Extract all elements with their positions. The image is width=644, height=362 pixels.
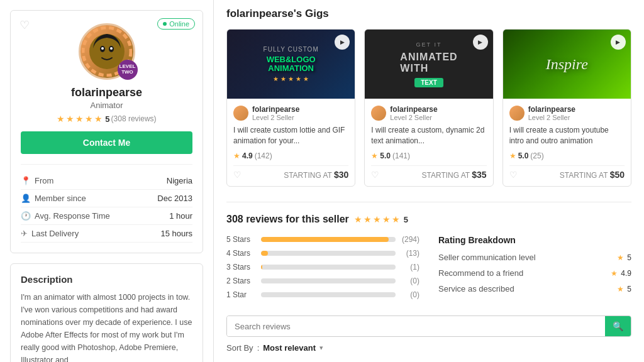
bar-label-4: 4 Stars [226, 249, 255, 258]
gig-price-3: STARTING AT $50 [560, 170, 625, 180]
reviews-section: 308 reviews for this seller ★ ★ ★ ★ ★ 5 … [226, 202, 631, 353]
gig-rating-row-3: ★ 5.0 (25) [509, 151, 625, 160]
rating-row: ★ ★ ★ ★ ★ 5 (308 reviews) [21, 114, 192, 124]
bar-label-5: 5 Stars [226, 235, 255, 244]
description-text: I'm an animator with almost 1000 project… [21, 291, 192, 362]
gig-footer-2: ♡ STARTING AT $35 [371, 165, 486, 180]
level-badge: LEVEL TWO [118, 60, 138, 80]
search-sort-section: 🔍 Sort By : Most relevant ▾ [226, 315, 631, 353]
gig-card-1[interactable]: FULLY CUSTOM WEB&LOGOANIMATION ★ ★ ★ ★ ★… [226, 29, 355, 187]
bar-track-5 [261, 237, 396, 242]
sort-value[interactable]: Most relevant [263, 343, 316, 353]
member-label: 👤 Member since [21, 194, 86, 203]
gig-desc-2: I will create a custom, dynamic 2d text … [371, 125, 486, 146]
online-badge: Online [157, 18, 195, 30]
contact-button[interactable]: Contact Me [21, 131, 192, 154]
gig-seller-avatar-2 [371, 106, 386, 121]
gig-card-3[interactable]: Inspire ▶ folarinpearse Level 2 Seller I… [502, 29, 631, 187]
gig-card-2[interactable]: GET IT ANIMATEDWITH TEXT ▶ folarinpearse… [364, 29, 493, 187]
get-it-label: GET IT [416, 41, 442, 48]
bar-row-3: 3 Stars (1) [226, 263, 419, 272]
gig-info-2: folarinpearse Level 2 Seller I will crea… [365, 99, 492, 186]
delivery-text: Last Delivery [31, 229, 79, 238]
member-icon: 👤 [21, 194, 31, 203]
right-panel: folarinpearse's Gigs FULLY CUSTOM WEB&LO… [214, 0, 644, 362]
breakdown-label-2: Recommend to a friend [438, 268, 523, 278]
from-text: From [35, 176, 53, 185]
gig-seller-level-2: Level 2 Seller [390, 114, 437, 121]
gig-rating-count-2: (141) [392, 151, 410, 160]
description-card: Description I'm an animator with almost … [10, 263, 203, 362]
bar-count-3: (1) [402, 263, 419, 272]
gig-thumbnail-1: FULLY CUSTOM WEB&LOGOANIMATION ★ ★ ★ ★ ★… [227, 30, 355, 99]
bar-label-3: 3 Stars [226, 263, 255, 272]
g1-s1: ★ [273, 75, 279, 82]
rev-star-5: ★ [392, 214, 400, 224]
response-value: 1 hour [169, 211, 192, 221]
gig-price-val-2: $35 [472, 170, 486, 180]
response-label: 🕐 Avg. Response Time [21, 211, 110, 221]
gig-rating-star-2: ★ [371, 151, 378, 160]
gig-desc-3: I will create a custom youtube intro and… [509, 125, 625, 146]
animated-main-text: ANIMATEDWITH [400, 52, 457, 74]
member-text: Member since [35, 194, 86, 203]
gig-heart-1[interactable]: ♡ [233, 170, 242, 180]
response-text: Avg. Response Time [35, 211, 110, 221]
gig-seller-name-3: folarinpearse [528, 105, 575, 114]
gig-seller-row-3: folarinpearse Level 2 Seller [509, 105, 625, 121]
star-5: ★ [94, 114, 103, 124]
favorite-icon[interactable]: ♡ [19, 18, 30, 32]
gig-seller-level-1: Level 2 Seller [252, 114, 299, 121]
online-dot [163, 22, 167, 26]
reviews-title: 308 reviews for this seller [226, 214, 349, 225]
bar-count-4: (13) [402, 249, 419, 258]
info-row-from: 📍 From Nigeria [21, 172, 192, 190]
g1-s3: ★ [288, 75, 294, 82]
breakdown-row-1: Seller communication level ★ 5 [438, 253, 631, 262]
bar-count-1: (0) [402, 290, 419, 299]
search-icon: 🔍 [613, 321, 623, 331]
bar-count-5: (294) [402, 235, 419, 244]
star-1: ★ [57, 114, 65, 124]
bar-row-2: 2 Stars (0) [226, 277, 419, 285]
gig-footer-3: ♡ STARTING AT $50 [509, 165, 625, 180]
breakdown-stars-2: ★ 4.9 [611, 269, 631, 278]
profile-card: ♡ Online [10, 10, 203, 253]
gig-heart-2[interactable]: ♡ [371, 170, 379, 180]
gig-thumbnail-3: Inspire ▶ [503, 30, 631, 99]
gig-seller-avatar-1 [233, 106, 248, 121]
search-button[interactable]: 🔍 [605, 316, 631, 336]
play-button-2[interactable]: ▶ [473, 35, 488, 50]
search-input[interactable] [227, 316, 605, 336]
delivery-icon: ✈ [21, 229, 28, 238]
gig-footer-1: ♡ STARTING AT $30 [233, 165, 348, 180]
breakdown-star-3: ★ [617, 285, 624, 293]
online-label: Online [169, 20, 189, 28]
gig-main-text-1: WEB&LOGOANIMATION [267, 55, 316, 74]
from-value: Nigeria [167, 176, 192, 185]
sort-row: Sort By : Most relevant ▾ [226, 343, 631, 353]
breakdown-stars-3: ★ 5 [617, 285, 631, 293]
svg-point-4 [101, 47, 104, 50]
breakdown-stars-1: ★ 5 [617, 253, 631, 262]
info-table: 📍 From Nigeria 👤 Member since Dec 2013 🕐… [21, 164, 192, 243]
gig-seller-details-1: folarinpearse Level 2 Seller [252, 105, 299, 121]
gig-thumbnail-2: GET IT ANIMATEDWITH TEXT ▶ [365, 30, 492, 99]
gig-heart-3[interactable]: ♡ [509, 170, 518, 180]
rev-star-1: ★ [354, 214, 362, 224]
gig-price-1: STARTING AT $30 [284, 170, 348, 180]
gig-seller-row-2: folarinpearse Level 2 Seller [371, 105, 486, 121]
gig-rating-count-3: (25) [530, 151, 543, 160]
gig-rating-num-2: 5.0 [380, 151, 391, 160]
play-button-3[interactable]: ▶ [611, 35, 626, 50]
bar-fill-3 [261, 265, 262, 270]
text-badge: TEXT [414, 78, 443, 87]
reviews-header: 308 reviews for this seller ★ ★ ★ ★ ★ 5 [226, 214, 631, 225]
star-2: ★ [66, 114, 74, 124]
info-row-member: 👤 Member since Dec 2013 [21, 190, 192, 207]
info-row-response: 🕐 Avg. Response Time 1 hour [21, 207, 192, 225]
breakdown-label-1: Seller communication level [438, 253, 536, 262]
reviews-content: 5 Stars (294) 4 Stars (13) 3 Stars [226, 235, 631, 304]
bar-track-4 [261, 251, 396, 256]
gig-info-3: folarinpearse Level 2 Seller I will crea… [503, 99, 631, 186]
